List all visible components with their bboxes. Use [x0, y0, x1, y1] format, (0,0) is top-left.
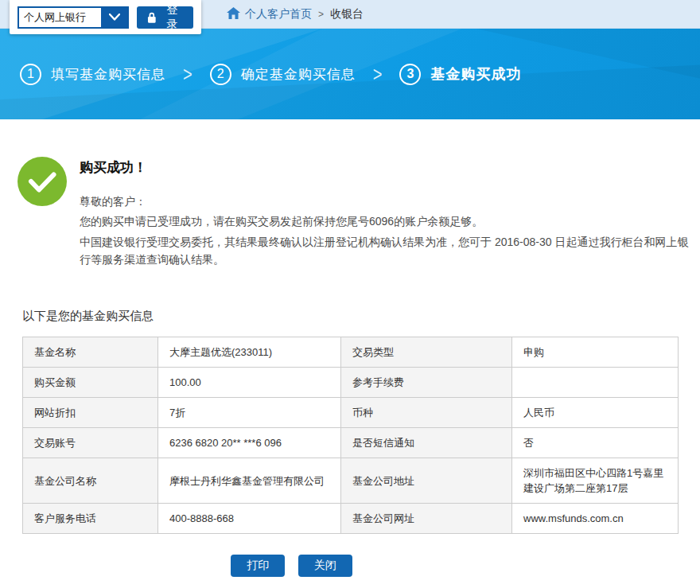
- portal-select[interactable]: 个人网上银行: [18, 6, 129, 29]
- table-row: 客户服务电话 400-8888-668 基金公司网址 www.msfunds.c…: [23, 504, 679, 534]
- step-3-number: 3: [399, 64, 421, 85]
- page: 个人客户首页 > 收银台 个人网上银行 登录 1: [0, 0, 700, 588]
- table-value-cell: www.msfunds.com.cn: [512, 504, 679, 534]
- step-2-number: 2: [210, 64, 231, 85]
- result-title: 购买成功！: [80, 156, 690, 177]
- step-2-label: 确定基金购买信息: [241, 65, 356, 84]
- table-row: 基金名称 大摩主题优选(233011) 交易类型 申购: [23, 337, 679, 368]
- table-label-cell: 是否短信通知: [341, 428, 512, 458]
- action-buttons: 打印 关闭: [0, 555, 583, 577]
- table-value-cell: 摩根士丹利华鑫基金管理有限公司: [158, 458, 341, 504]
- table-label-cell: 币种: [341, 398, 512, 428]
- table-value-cell: [512, 368, 679, 398]
- table-value-cell: 6236 6820 20** ***6 096: [158, 428, 341, 458]
- step-1-label: 填写基金购买信息: [51, 65, 165, 84]
- breadcrumb-home-label: 个人客户首页: [245, 7, 312, 20]
- table-label-cell: 购买金额: [23, 368, 158, 398]
- table-label-cell: 基金公司地址: [341, 458, 512, 504]
- step-3-success: 3 基金购买成功: [399, 64, 521, 85]
- step-2-confirm-info: 2 确定基金购买信息: [210, 64, 356, 85]
- result-greeting: 尊敬的客户：: [80, 195, 690, 209]
- table-label-cell: 交易类型: [341, 337, 512, 368]
- table-row: 购买金额 100.00 参考手续费: [23, 368, 679, 398]
- table-label-cell: 网站折扣: [23, 398, 158, 428]
- step-3-label: 基金购买成功: [430, 64, 521, 84]
- steps: 1 填写基金购买信息 > 2 确定基金购买信息 > 3 基金购买成功: [20, 29, 521, 119]
- portal-select-value: 个人网上银行: [19, 8, 101, 27]
- table-row: 基金公司名称 摩根士丹利华鑫基金管理有限公司 基金公司地址 深圳市福田区中心四路…: [23, 458, 679, 504]
- table-value-cell: 7折: [158, 398, 341, 428]
- purchase-result: 购买成功！ 尊敬的客户： 您的购买申请已受理成功，请在购买交易发起前保持您尾号6…: [18, 156, 690, 268]
- table-value-cell: 100.00: [158, 368, 341, 398]
- breadcrumb-separator: >: [318, 9, 324, 20]
- step-separator-icon: >: [183, 63, 192, 86]
- home-icon: [227, 7, 240, 19]
- close-button[interactable]: 关闭: [298, 555, 352, 577]
- breadcrumb: 个人客户首页 > 收银台: [227, 0, 364, 29]
- steps-banner: 1 填写基金购买信息 > 2 确定基金购买信息 > 3 基金购买成功: [0, 29, 700, 119]
- table-value-cell: 否: [512, 428, 679, 458]
- table-label-cell: 交易账号: [23, 428, 158, 458]
- login-button[interactable]: 登录: [137, 6, 193, 29]
- table-value-cell: 大摩主题优选(233011): [158, 337, 341, 368]
- table-label-cell: 客户服务电话: [23, 504, 158, 534]
- portal-login-panel: 个人网上银行 登录: [10, 0, 201, 34]
- breadcrumb-current: 收银台: [330, 7, 364, 21]
- table-value-cell: 申购: [512, 337, 679, 368]
- print-button[interactable]: 打印: [231, 555, 285, 577]
- step-separator-icon: >: [373, 63, 383, 86]
- table-value-cell: 人民币: [512, 398, 679, 428]
- step-1-fill-info: 1 填写基金购买信息: [20, 64, 165, 85]
- result-line2: 中国建设银行受理交易委托，其结果最终确认以注册登记机构确认结果为准，您可于 20…: [80, 233, 694, 268]
- table-value-cell: 深圳市福田区中心四路1号嘉里建设广场第二座第17层: [512, 458, 679, 504]
- fund-info-table: 基金名称 大摩主题优选(233011) 交易类型 申购 购买金额 100.00 …: [22, 337, 679, 534]
- step-1-number: 1: [20, 64, 41, 85]
- table-label-cell: 基金公司网址: [341, 504, 512, 534]
- table-row: 交易账号 6236 6820 20** ***6 096 是否短信通知 否: [23, 428, 679, 458]
- table-label-cell: 基金公司名称: [23, 458, 158, 504]
- table-value-cell: 400-8888-668: [158, 504, 341, 534]
- info-section-title: 以下是您的基金购买信息: [22, 309, 154, 324]
- success-check-icon: [18, 157, 67, 206]
- table-label-cell: 基金名称: [23, 337, 158, 368]
- breadcrumb-home-link[interactable]: 个人客户首页: [227, 7, 312, 21]
- chevron-down-icon[interactable]: [101, 8, 127, 27]
- lock-icon: [147, 12, 157, 23]
- login-button-label: 登录: [161, 3, 183, 32]
- result-line1: 您的购买申请已受理成功，请在购买交易发起前保持您尾号6096的账户余额足够。: [80, 212, 694, 230]
- table-label-cell: 参考手续费: [341, 368, 512, 398]
- table-row: 网站折扣 7折 币种 人民币: [23, 398, 679, 428]
